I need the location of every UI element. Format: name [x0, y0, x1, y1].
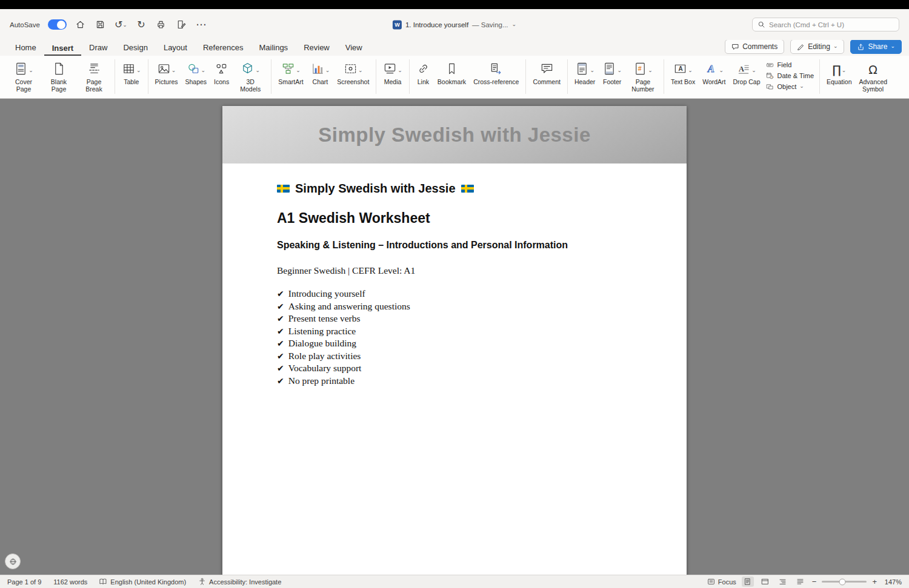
header-button[interactable]: Header [571, 58, 599, 87]
field-button[interactable]: Field [766, 61, 814, 69]
link-button[interactable]: Link [413, 58, 434, 87]
tab-references[interactable]: References [195, 41, 251, 56]
document-title-menu[interactable]: 1. Introduce yourself — Saving... [393, 20, 516, 29]
wordart-button[interactable]: A WordArt [699, 58, 729, 87]
undo-button[interactable] [115, 18, 127, 31]
zoom-percentage[interactable]: 147% [882, 578, 902, 586]
3d-models-button[interactable]: 3D Models [233, 58, 268, 94]
equation-button[interactable]: ∏ Equation [823, 58, 855, 87]
print-layout-view-button[interactable] [742, 576, 754, 587]
svg-text:A: A [707, 63, 714, 74]
search-input[interactable] [769, 21, 894, 28]
search-box[interactable] [752, 18, 899, 31]
screenshot-button[interactable]: Screenshot [333, 58, 373, 87]
tab-design[interactable]: Design [115, 41, 155, 56]
word-window: AutoSave [0, 0, 909, 588]
more-toolbar-button[interactable] [195, 18, 207, 31]
doc-heading-2: A1 Swedish Worksheet [277, 210, 632, 226]
check-icon: ✔ [277, 351, 284, 361]
svg-text:A: A [739, 65, 744, 73]
cross-reference-button[interactable]: Cross-reference [470, 58, 522, 87]
editing-mode-button[interactable]: Editing [790, 39, 844, 54]
blank-page-button[interactable]: Blank Page [41, 58, 76, 94]
ribbon-separator [409, 59, 410, 94]
pictures-button[interactable]: Pictures [152, 58, 182, 87]
print-button[interactable] [155, 18, 167, 31]
focus-mode-button[interactable]: Focus [707, 578, 736, 586]
page-number-button[interactable]: # Page Number [625, 58, 661, 94]
tab-mailings[interactable]: Mailings [251, 41, 296, 56]
check-icon: ✔ [277, 363, 284, 373]
search-icon [758, 21, 765, 28]
comments-button[interactable]: Comments [725, 39, 784, 54]
pencil-icon [797, 43, 805, 51]
tab-view[interactable]: View [338, 41, 370, 56]
document-edit-button[interactable] [175, 18, 187, 31]
draft-view-button[interactable] [794, 576, 807, 587]
dictation-globe-button[interactable] [5, 553, 21, 569]
proofing-status[interactable]: English (United Kingdom) [99, 578, 186, 586]
tab-layout[interactable]: Layout [156, 41, 195, 56]
autosave-toggle[interactable] [48, 19, 67, 30]
chevron-down-icon [590, 65, 594, 76]
ribbon-separator [567, 59, 568, 94]
ribbon-separator [271, 59, 271, 94]
table-button[interactable]: Table [118, 58, 145, 87]
comment-button[interactable]: Comment [529, 58, 564, 87]
icons-button[interactable]: Icons [210, 58, 233, 87]
date-time-button[interactable]: Date & Time [766, 71, 814, 80]
word-count[interactable]: 1162 words [53, 578, 87, 586]
document-page[interactable]: Simply Swedish with Jessie Simply Swedis… [222, 106, 687, 575]
text-box-button[interactable]: A Text Box [667, 58, 699, 87]
pictures-icon [157, 62, 171, 76]
chevron-down-icon [255, 65, 260, 76]
checklist-item: ✔Vocabulary support [277, 362, 632, 375]
shapes-button[interactable]: Shapes [181, 58, 210, 87]
smartart-icon [281, 62, 295, 76]
web-layout-view-button[interactable] [759, 576, 771, 587]
home-icon [75, 19, 85, 30]
autosave-label: AutoSave [10, 21, 40, 28]
share-button[interactable]: Share [850, 39, 902, 54]
chevron-down-icon [617, 65, 622, 76]
page-break-button[interactable]: Page Break [76, 58, 112, 94]
zoom-out-button[interactable] [812, 577, 817, 586]
save-button[interactable] [95, 18, 107, 31]
checklist-item: ✔Role play activities [277, 350, 632, 363]
document-content[interactable]: Simply Swedish with Jessie A1 Swedish Wo… [222, 164, 687, 387]
field-group: Field Date & Time Object [764, 58, 816, 91]
redo-button[interactable] [135, 18, 147, 31]
chevron-down-icon [296, 65, 301, 76]
zoom-slider[interactable] [822, 581, 867, 583]
bookmark-button[interactable]: Bookmark [434, 58, 470, 87]
chevron-down-icon [512, 21, 517, 28]
swedish-flag-icon [461, 185, 474, 193]
document-canvas[interactable]: Simply Swedish with Jessie Simply Swedis… [0, 99, 909, 575]
tab-review[interactable]: Review [296, 41, 338, 56]
chart-button[interactable]: Chart [307, 58, 334, 87]
page-indicator[interactable]: Page 1 of 9 [7, 578, 41, 586]
check-icon: ✔ [277, 314, 284, 323]
zoom-in-button[interactable] [872, 577, 877, 586]
zoom-slider-knob[interactable] [839, 578, 845, 585]
object-button[interactable]: Object [766, 82, 814, 91]
chevron-down-icon [171, 65, 176, 76]
tab-draw[interactable]: Draw [81, 41, 115, 56]
undo-icon [115, 20, 122, 30]
tab-home[interactable]: Home [7, 41, 44, 56]
checklist-item: ✔Asking and answering questions [277, 300, 632, 313]
smartart-button[interactable]: SmartArt [275, 58, 307, 87]
cover-page-button[interactable]: Cover Page [6, 58, 41, 94]
footer-button[interactable]: Footer [599, 58, 625, 87]
blank-page-icon [52, 62, 66, 76]
outline-view-button[interactable] [777, 576, 789, 587]
accessibility-status[interactable]: Accessibility: Investigate [198, 578, 281, 586]
home-button[interactable] [75, 18, 87, 31]
tab-insert[interactable]: Insert [44, 42, 81, 56]
chevron-down-icon [358, 65, 363, 76]
page-break-icon [87, 62, 101, 76]
drop-cap-button[interactable]: A Drop Cap [730, 58, 764, 87]
advanced-symbol-button[interactable]: Ω Advanced Symbol [855, 58, 890, 94]
media-button[interactable]: Media [379, 58, 406, 87]
header-icon [575, 62, 589, 76]
